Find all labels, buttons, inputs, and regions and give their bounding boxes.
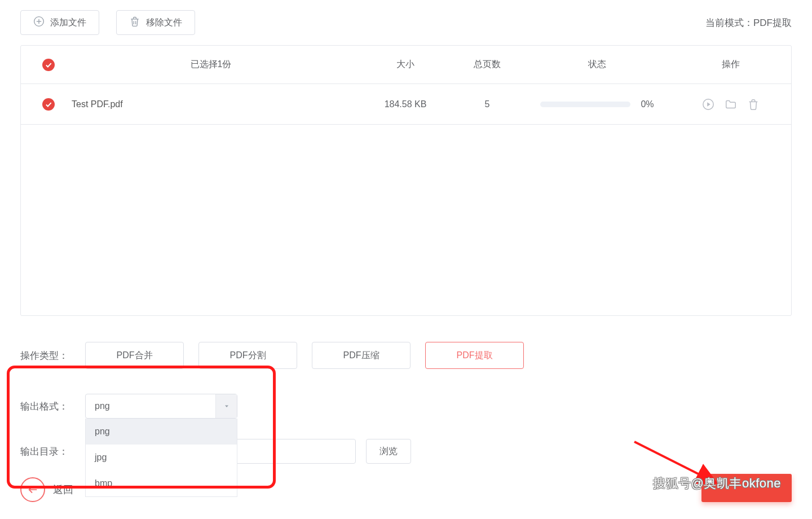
col-action: 操作 [670, 59, 791, 71]
format-option-bmp[interactable]: bmp [86, 470, 237, 496]
select-all-checkbox[interactable] [42, 59, 55, 71]
back-label: 返回 [53, 483, 73, 496]
back-button[interactable] [20, 477, 45, 502]
plus-circle-icon [33, 16, 45, 29]
format-option-png[interactable]: png [86, 419, 237, 445]
op-btn-extract[interactable]: PDF提取 [425, 342, 524, 369]
start-button[interactable] [701, 474, 792, 502]
svg-marker-7 [225, 406, 228, 408]
op-type-label: 操作类型： [20, 349, 85, 362]
add-file-button[interactable]: 添加文件 [20, 10, 99, 35]
table-row: Test PDF.pdf 184.58 KB 5 0% [21, 84, 791, 125]
chevron-down-icon [215, 394, 237, 418]
format-option-jpg[interactable]: jpg [86, 445, 237, 470]
op-btn-compress[interactable]: PDF压缩 [312, 342, 411, 369]
add-file-label: 添加文件 [50, 17, 86, 29]
output-format-select[interactable]: png [85, 394, 237, 419]
play-icon[interactable] [702, 98, 714, 111]
file-size: 184.58 KB [360, 99, 451, 109]
trash-icon [129, 16, 140, 29]
output-format-value: png [95, 401, 110, 411]
col-pages: 总页数 [451, 59, 524, 71]
op-btn-merge[interactable]: PDF合并 [85, 342, 184, 369]
output-format-dropdown: png jpg bmp [85, 419, 237, 497]
svg-marker-6 [707, 102, 710, 106]
col-size: 大小 [360, 59, 451, 71]
browse-button[interactable]: 浏览 [366, 439, 411, 464]
col-selected: 已选择1份 [61, 59, 360, 71]
output-dir-label: 输出目录： [20, 445, 85, 458]
file-name: Test PDF.pdf [61, 99, 360, 109]
progress-pct: 0% [641, 99, 654, 109]
file-pages: 5 [451, 99, 524, 109]
remove-file-button[interactable]: 移除文件 [116, 10, 195, 35]
file-table: 已选择1份 大小 总页数 状态 操作 Test PDF.pdf 184.58 K… [20, 45, 792, 316]
delete-icon[interactable] [747, 98, 760, 111]
progress-bar [540, 102, 630, 107]
col-status: 状态 [524, 59, 670, 71]
remove-file-label: 移除文件 [146, 17, 182, 29]
row-checkbox[interactable] [42, 98, 55, 111]
op-btn-split[interactable]: PDF分割 [198, 342, 297, 369]
current-mode: 当前模式：PDF提取 [705, 16, 792, 29]
folder-icon[interactable] [725, 98, 737, 111]
output-format-label: 输出格式： [20, 400, 85, 413]
